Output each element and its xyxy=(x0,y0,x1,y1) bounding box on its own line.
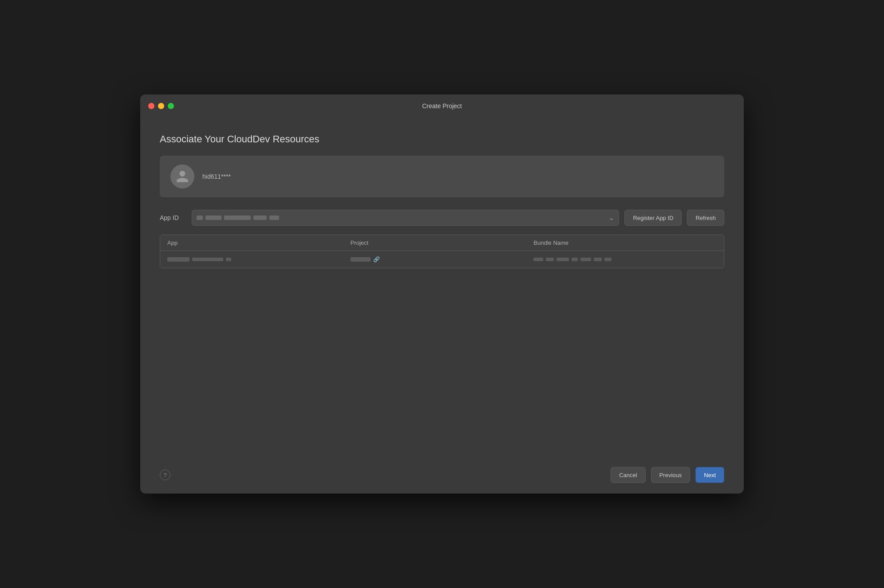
footer-buttons: Cancel Previous Next xyxy=(611,467,724,483)
app-id-row: App ID ⌄ Register App ID Refresh xyxy=(160,210,724,226)
avatar xyxy=(170,165,194,188)
register-app-id-button[interactable]: Register App ID xyxy=(624,210,682,226)
column-app: App xyxy=(167,239,351,246)
app-id-label: App ID xyxy=(160,214,186,221)
app-id-dropdown-content xyxy=(197,216,609,220)
blur-5 xyxy=(269,216,279,220)
user-icon xyxy=(175,169,189,184)
page-title: Associate Your CloudDev Resources xyxy=(160,133,724,145)
cell-app xyxy=(167,256,351,263)
title-bar: Create Project xyxy=(140,94,744,118)
bundle-blur-3 xyxy=(556,258,569,261)
project-icon: 🔗 xyxy=(373,256,380,263)
app-detail-blur-2 xyxy=(226,258,231,261)
bundle-blur-1 xyxy=(533,258,543,261)
blur-1 xyxy=(197,216,203,220)
bundle-blur-2 xyxy=(546,258,554,261)
cell-project: 🔗 xyxy=(351,256,534,263)
blur-4 xyxy=(253,216,267,220)
help-button[interactable]: ? xyxy=(160,470,170,480)
main-content: Associate Your CloudDev Resources hid611… xyxy=(140,118,744,458)
footer: ? Cancel Previous Next xyxy=(140,458,744,494)
project-name-blur xyxy=(351,257,371,262)
account-username: hid611**** xyxy=(202,173,231,180)
bundle-blur-5 xyxy=(580,258,591,261)
bundle-blur-7 xyxy=(604,258,612,261)
app-name-blur xyxy=(167,257,189,262)
cell-bundle-name xyxy=(533,256,717,263)
close-button[interactable] xyxy=(148,103,154,109)
app-id-dropdown[interactable]: ⌄ xyxy=(192,210,619,226)
window-title: Create Project xyxy=(422,102,462,110)
main-window: Create Project Associate Your CloudDev R… xyxy=(140,94,744,494)
table-row[interactable]: 🔗 xyxy=(160,251,724,268)
blur-3 xyxy=(224,216,251,220)
column-bundle-name: Bundle Name xyxy=(533,239,717,246)
app-detail-blur xyxy=(192,258,223,261)
blur-2 xyxy=(205,216,221,220)
bundle-blur-6 xyxy=(594,258,602,261)
cancel-button[interactable]: Cancel xyxy=(611,467,645,483)
app-table: App Project Bundle Name 🔗 xyxy=(160,235,724,268)
account-panel: hid611**** xyxy=(160,156,724,197)
table-header: App Project Bundle Name xyxy=(160,235,724,251)
maximize-button[interactable] xyxy=(168,103,174,109)
previous-button[interactable]: Previous xyxy=(651,467,691,483)
bundle-blur-4 xyxy=(572,258,578,261)
column-project: Project xyxy=(351,239,534,246)
next-button[interactable]: Next xyxy=(695,467,724,483)
traffic-lights xyxy=(148,103,174,109)
minimize-button[interactable] xyxy=(158,103,164,109)
refresh-button[interactable]: Refresh xyxy=(687,210,724,226)
chevron-down-icon: ⌄ xyxy=(609,214,614,221)
